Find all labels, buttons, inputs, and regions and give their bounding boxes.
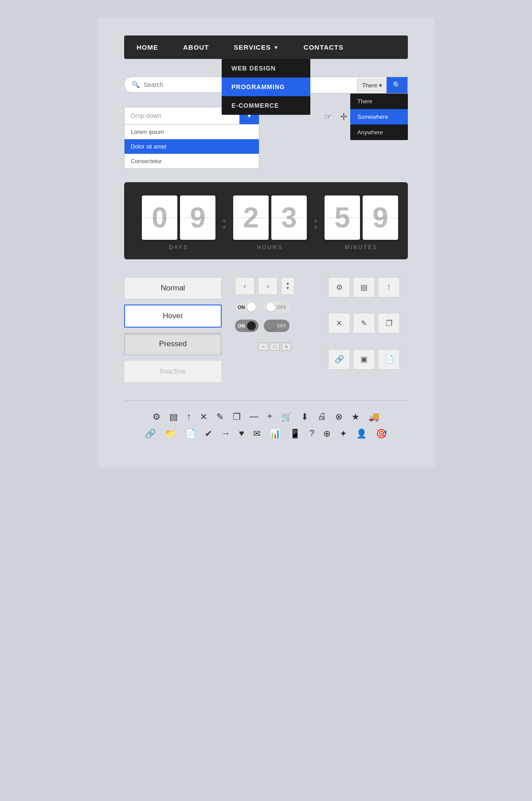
minutes-digits: 5 9: [325, 195, 398, 240]
gear-icon[interactable]: ⚙: [153, 411, 160, 422]
minus-icon[interactable]: —: [250, 411, 258, 422]
dropdown-item-programming[interactable]: Programming: [222, 78, 310, 96]
copy-icon[interactable]: ❐: [233, 411, 241, 422]
spinner-button[interactable]: ▲ ▼: [281, 277, 294, 295]
search-option-somewhere[interactable]: Somewhere: [350, 109, 408, 125]
download-icon[interactable]: ⬇: [301, 411, 309, 422]
search-select-badge[interactable]: There ▾: [357, 78, 387, 93]
minutes-group: 5 9 MINUTES: [325, 195, 398, 250]
days-group: 0 9 DAYS: [142, 195, 215, 250]
dropdown-option-3[interactable]: Consectetur: [125, 154, 259, 168]
link-icon[interactable]: 🔗: [145, 428, 156, 439]
window-controls: − □ ×: [235, 343, 315, 351]
nav-about[interactable]: ABOUT: [171, 35, 221, 59]
toggle-on-active[interactable]: ON: [235, 320, 258, 332]
question-icon[interactable]: ?: [309, 428, 314, 439]
folder-icon[interactable]: 📁: [165, 428, 176, 439]
main-container: HOME ABOUT SERVICES ▼ Web design Program…: [98, 18, 434, 467]
toggle-on-label: ON: [238, 305, 245, 310]
toggle-off-active[interactable]: OFF: [264, 320, 289, 332]
colon-2: :: [311, 214, 320, 232]
hours-tens: 2: [233, 195, 269, 240]
minutes-tens: 5: [325, 195, 360, 240]
star-icon[interactable]: ★: [352, 411, 360, 422]
dropdown-item-ecommerce[interactable]: E-commerce: [222, 96, 310, 115]
file-icon[interactable]: 📄: [185, 428, 196, 439]
toggle-on[interactable]: ON: [235, 301, 258, 313]
colon-1: :: [220, 214, 229, 232]
edit-icon-button[interactable]: ✎: [353, 313, 375, 333]
dropdown-item-webdesign[interactable]: Web design: [222, 59, 310, 78]
link-icon-button[interactable]: 🔗: [328, 349, 350, 370]
delete-icon[interactable]: ✕: [200, 411, 207, 422]
chart-icon[interactable]: 📊: [270, 428, 281, 439]
email-icon[interactable]: ✉: [253, 428, 261, 439]
icons-section: ⚙ ▤ ↑ ✕ ✎ ❐ — + 🛒 ⬇ 🖨 ⊗ ★ 🚚 🔗 📁 📄 ✔ → ♥ …: [124, 400, 408, 439]
search-option-there[interactable]: There: [350, 94, 408, 109]
pressed-button[interactable]: Pressed: [124, 333, 222, 355]
layout-icon-button[interactable]: ▤: [353, 277, 375, 297]
toggle-knob: [247, 303, 256, 312]
spinner-down-icon: ▼: [286, 286, 290, 291]
truck-icon[interactable]: 🚚: [368, 411, 379, 422]
nav-home[interactable]: HOME: [124, 35, 171, 59]
move-cursor-icon: ✛: [340, 111, 348, 122]
close-button[interactable]: ×: [282, 343, 291, 351]
pencil-icon[interactable]: ✎: [216, 411, 224, 422]
nav-contacts[interactable]: CONTACTS: [291, 35, 356, 59]
user-icon[interactable]: 👤: [356, 428, 367, 439]
folder-icon-button[interactable]: ▣: [353, 349, 375, 370]
duplicate-icon-button[interactable]: ❐: [378, 313, 400, 333]
toggle-knob-active: [247, 321, 256, 330]
countdown-timer: 0 9 DAYS : 2 3 HOURS : 5 9 MINUTES: [124, 182, 408, 259]
next-button[interactable]: ›: [258, 277, 278, 295]
dropdown-option-2[interactable]: Dolor sit amet: [125, 139, 259, 154]
layout-icon[interactable]: ▤: [169, 411, 178, 422]
settings-icon-button[interactable]: ⚙: [328, 277, 350, 297]
toggle-on-label-2: ON: [238, 323, 245, 328]
dropdown-option-1[interactable]: Lorem ipsum: [125, 125, 259, 139]
chevron-down-icon: ▼: [274, 45, 279, 50]
toggle-knob-off-active: [266, 321, 275, 330]
document-icon-button[interactable]: 📄: [378, 349, 400, 370]
check-icon[interactable]: ✔: [205, 428, 212, 439]
minimize-button[interactable]: −: [258, 343, 268, 351]
search-option-anywhere[interactable]: Anywhere: [350, 125, 408, 140]
upload-icon-button[interactable]: ↑: [378, 277, 400, 297]
cart-icon[interactable]: 🛒: [281, 411, 292, 422]
restore-button[interactable]: □: [270, 343, 280, 351]
state-buttons: Normal Hover Pressed Inactive: [124, 277, 222, 383]
spinner-up-icon: ▲: [286, 281, 290, 286]
dropdown-left: Drop-down ▼ Lorem ipsum Dolor sit amet C…: [124, 107, 259, 169]
target-icon[interactable]: ⊕: [323, 428, 331, 439]
hours-label: HOURS: [257, 244, 283, 250]
inactive-button: Inactive: [124, 360, 222, 383]
heart-icon[interactable]: ♥: [239, 428, 244, 439]
tag-icon[interactable]: 🎯: [376, 428, 387, 439]
search-icon: 🔍: [132, 81, 140, 89]
days-digits: 0 9: [142, 195, 215, 240]
search-dropdown-list: There Somewhere Anywhere: [350, 94, 408, 140]
upload-icon[interactable]: ↑: [187, 411, 191, 422]
buttons-section: Normal Hover Pressed Inactive ‹ › ▲ ▼ ON: [124, 277, 408, 383]
sparkle-icon[interactable]: ✦: [340, 428, 347, 439]
nav-services[interactable]: SERVICES ▼ Web design Programming E-comm…: [221, 35, 291, 59]
search-submit-button[interactable]: 🔍: [387, 77, 407, 93]
pointer-cursor-icon: ☞: [324, 111, 332, 122]
hours-ones: 3: [271, 195, 307, 240]
toggle-off[interactable]: OFF: [264, 301, 289, 313]
services-dropdown: Web design Programming E-commerce: [222, 59, 310, 115]
normal-button[interactable]: Normal: [124, 277, 222, 299]
prev-button[interactable]: ‹: [235, 277, 254, 295]
arrow-icon[interactable]: →: [221, 428, 230, 439]
error-icon[interactable]: ⊗: [335, 411, 343, 422]
minutes-label: MINUTES: [345, 244, 378, 250]
days-label: DAYS: [169, 244, 188, 250]
icons-row-1: ⚙ ▤ ↑ ✕ ✎ ❐ — + 🛒 ⬇ 🖨 ⊗ ★ 🚚: [124, 411, 408, 422]
mobile-icon[interactable]: 📱: [289, 428, 301, 439]
close-icon-button[interactable]: ✕: [328, 313, 350, 333]
hover-button[interactable]: Hover: [124, 305, 222, 328]
icons-row-2: 🔗 📁 📄 ✔ → ♥ ✉ 📊 📱 ? ⊕ ✦ 👤 🎯: [124, 428, 408, 439]
print-icon[interactable]: 🖨: [317, 411, 326, 422]
plus-icon[interactable]: +: [267, 411, 273, 422]
